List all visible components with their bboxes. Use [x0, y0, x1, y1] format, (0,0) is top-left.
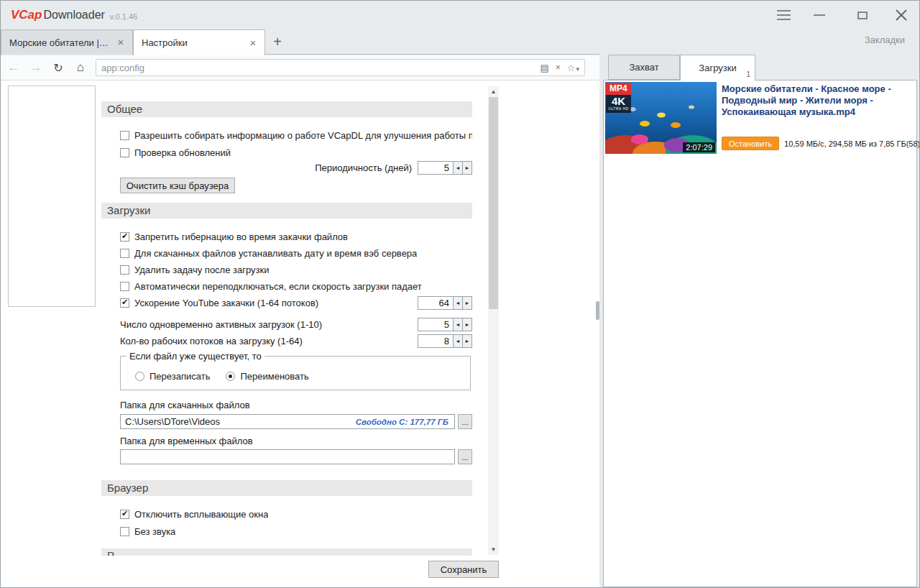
address-bar[interactable]: app:config ▤ × ☆▾: [96, 59, 585, 76]
period-label: Периодичность (дней): [315, 162, 412, 173]
home-icon[interactable]: ⌂: [71, 58, 90, 77]
groupbox-legend: Если файл уже существует, то: [126, 351, 264, 362]
spinner-increment-icon[interactable]: ►: [463, 296, 472, 310]
checkbox-label: Без звука: [134, 526, 175, 537]
active-downloads-spinner[interactable]: 5 ◄ ►: [418, 318, 472, 331]
stop-button[interactable]: Остановить: [722, 137, 779, 150]
download-title: Морские обитатели - Красное море - Подво…: [722, 83, 912, 118]
checkbox[interactable]: [120, 249, 129, 258]
settings-scrollbar[interactable]: ▲ ▼: [488, 86, 499, 555]
checkbox-row-mute[interactable]: Без звука: [120, 525, 472, 538]
active-downloads-label: Число одновременно активных загрузок (1-…: [120, 319, 322, 330]
download-folder-row: C:\Users\DTore\Videos Свободно C: 177,77…: [120, 414, 472, 429]
radio-button[interactable]: [135, 372, 144, 381]
scroll-down-icon[interactable]: ▼: [488, 544, 499, 555]
checkbox[interactable]: [120, 298, 129, 308]
panel-tab-downloads[interactable]: Загрузки 1: [680, 55, 755, 81]
section-browser: Браузер: [101, 480, 472, 496]
download-info: Морские обитатели - Красное море - Подво…: [717, 82, 915, 154]
caret-down-icon: ▾: [576, 65, 579, 73]
spinner-increment-icon[interactable]: ►: [463, 161, 472, 175]
menu-icon[interactable]: [774, 6, 793, 24]
free-space-label: Свободно C: 177,77 ГБ: [356, 418, 448, 426]
checkbox[interactable]: [120, 265, 129, 275]
download-folder-input[interactable]: C:\Users\DTore\Videos Свободно C: 177,77…: [120, 414, 455, 429]
checkbox[interactable]: [120, 131, 129, 140]
checkbox-row-no-hibernate[interactable]: Запретить гибернацию во время закачки фа…: [120, 231, 472, 243]
quality-text: 4K: [606, 96, 631, 106]
checkbox[interactable]: [120, 282, 129, 291]
checkbox-row-delete-task[interactable]: Удалить задачу после загрузки: [120, 264, 472, 276]
tab-label: Настройки: [142, 37, 243, 48]
checkbox-row-auto-reconnect[interactable]: Автоматически переподключаться, если ско…: [120, 280, 472, 293]
bookmark-star-icon[interactable]: ☆▾: [567, 63, 579, 73]
bookmarks-button[interactable]: Закладки: [865, 35, 905, 45]
spinner-increment-icon[interactable]: ►: [463, 334, 472, 348]
clear-address-icon[interactable]: ×: [556, 63, 561, 72]
active-downloads-row: Число одновременно активных загрузок (1-…: [120, 318, 472, 331]
checkbox-label: Ускорение YouTube закачки (1-64 потоков): [134, 298, 318, 308]
downloads-list: MP4 4K ULTRA HD 2:07:29 Морские обитател…: [603, 80, 917, 587]
temp-folder-row: ...: [120, 449, 472, 464]
tab-settings[interactable]: Настройки ×: [133, 29, 265, 55]
checkbox-label: Отключить всплывающие окна: [134, 509, 268, 520]
star-icon: ☆: [567, 63, 576, 73]
youtube-threads-spinner[interactable]: 64 ◄ ►: [418, 296, 472, 310]
forward-icon[interactable]: →: [27, 58, 45, 77]
checkbox-row-server-date[interactable]: Для скачанных файлов устанавливать дату …: [120, 247, 472, 259]
close-button[interactable]: [892, 6, 911, 24]
spinner-value[interactable]: 64: [418, 296, 454, 310]
checkbox[interactable]: [120, 232, 129, 242]
spinner-value[interactable]: 5: [418, 161, 454, 175]
duration-badge: 2:07:29: [683, 142, 715, 152]
minimize-button[interactable]: [810, 6, 829, 24]
checkbox[interactable]: [120, 148, 129, 157]
panel-tab-capture[interactable]: Захват: [608, 55, 680, 80]
spinner-value[interactable]: 8: [418, 334, 454, 348]
spinner-decrement-icon[interactable]: ◄: [454, 296, 463, 310]
scrollbar-thumb[interactable]: [489, 97, 498, 309]
checkbox-row-disable-popups[interactable]: Отключить всплывающие окна: [120, 508, 472, 520]
refresh-icon[interactable]: ↻: [49, 58, 68, 77]
scroll-up-icon[interactable]: ▲: [488, 86, 499, 97]
checkbox-label: Разрешить собирать информацию о работе V…: [134, 130, 472, 141]
temp-folder-browse-button[interactable]: ...: [458, 449, 472, 464]
new-tab-button[interactable]: +: [265, 29, 290, 55]
section-general: Общее: [101, 101, 472, 117]
download-item[interactable]: MP4 4K ULTRA HD 2:07:29 Морские обитател…: [604, 81, 916, 155]
spinner-decrement-icon[interactable]: ◄: [454, 318, 463, 331]
maximize-button[interactable]: [853, 6, 872, 24]
tab-close-icon[interactable]: ×: [115, 37, 126, 48]
window-scrollbar-thumb[interactable]: [596, 301, 599, 320]
clear-cache-button[interactable]: Очистить кэш браузера: [120, 178, 235, 193]
checkbox-row-check-updates[interactable]: Проверка обновлений: [120, 147, 472, 159]
radio-button[interactable]: [226, 372, 235, 381]
save-button[interactable]: Сохранить: [428, 561, 499, 578]
download-folder-path: C:\Users\DTore\Videos: [125, 416, 220, 427]
temp-folder-input[interactable]: [120, 449, 455, 464]
checkbox-row-collect-info[interactable]: Разрешить собирать информацию о работе V…: [120, 129, 472, 142]
checkbox[interactable]: [120, 510, 129, 519]
video-thumbnail[interactable]: MP4 4K ULTRA HD 2:07:29: [605, 82, 717, 154]
radio-option-overwrite[interactable]: Перезаписать: [135, 371, 210, 382]
file-exists-groupbox: Если файл уже существует, то Перезаписат…: [120, 356, 471, 390]
panel-tabstrip: Захват Загрузки 1: [603, 55, 917, 80]
checkbox-row-youtube-accel[interactable]: Ускорение YouTube закачки (1-64 потоков)…: [120, 296, 472, 310]
period-spinner[interactable]: 5 ◄ ►: [418, 161, 472, 175]
spinner-decrement-icon[interactable]: ◄: [454, 161, 463, 175]
quality-badge: 4K ULTRA HD: [606, 95, 631, 113]
threads-per-download-spinner[interactable]: 8 ◄ ►: [418, 334, 472, 348]
spinner-value[interactable]: 5: [418, 318, 454, 331]
download-folder-browse-button[interactable]: ...: [458, 414, 472, 429]
back-icon[interactable]: ←: [4, 58, 23, 77]
checkbox-label: Автоматически переподключаться, если ско…: [134, 281, 422, 292]
checkbox[interactable]: [120, 527, 129, 536]
radio-option-rename[interactable]: Переименовать: [226, 371, 308, 382]
checkbox-label: Запретить гибернацию во время закачки фа…: [134, 231, 348, 242]
spinner-decrement-icon[interactable]: ◄: [454, 334, 463, 348]
tab-close-icon[interactable]: ×: [247, 37, 259, 49]
tab-video-page[interactable]: Морские обитатели | Кр... ×: [1, 29, 133, 55]
spinner-increment-icon[interactable]: ►: [463, 318, 472, 331]
format-badge: MP4: [606, 83, 631, 95]
reader-mode-icon[interactable]: ▤: [540, 63, 549, 73]
